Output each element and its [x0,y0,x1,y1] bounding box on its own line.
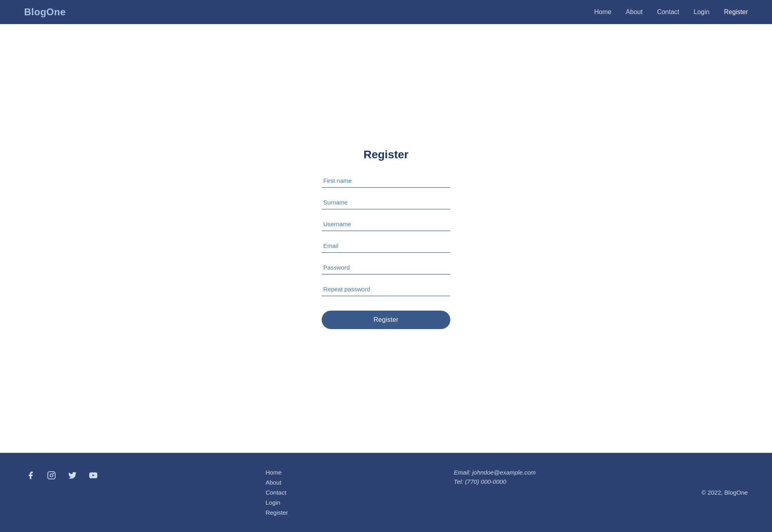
nav-about[interactable]: About [626,8,643,16]
repeat-password-group [322,282,450,296]
first-name-input[interactable] [322,174,450,188]
svg-rect-0 [48,472,55,479]
footer-nav-login[interactable]: Login [265,499,288,506]
footer-nav-home[interactable]: Home [265,469,288,476]
instagram-icon[interactable] [45,469,58,482]
username-input[interactable] [322,217,450,231]
footer-nav-contact[interactable]: Contact [265,489,288,496]
footer-contact: Email: johndoe@example.com Tel: (770) 00… [454,469,536,485]
nav-register[interactable]: Register [724,8,748,16]
password-input[interactable] [322,261,450,274]
nav-login[interactable]: Login [694,8,709,16]
footer-nav-about[interactable]: About [265,479,288,486]
twitter-icon[interactable] [66,469,79,482]
footer-nav-register[interactable]: Register [265,509,288,516]
footer-tel: Tel: (770) 000-0000 [454,478,536,485]
surname-input[interactable] [322,196,450,209]
footer-social [24,469,100,482]
logo-text-part2: One [46,6,66,17]
nav-home[interactable]: Home [594,8,612,16]
main-nav: Home About Contact Login Register [594,8,748,16]
surname-group [322,196,450,209]
main-content: Register Register [0,24,772,453]
first-name-group [322,174,450,188]
email-input[interactable] [322,239,450,253]
register-title: Register [363,148,409,161]
register-container: Register Register [322,148,450,329]
footer-copyright: © 2022, BlogOne [702,489,748,496]
logo-text-part1: Blog [24,6,46,17]
header: BlogOne Home About Contact Login Registe… [0,0,772,24]
footer: Home About Contact Login Register Email:… [0,453,772,532]
svg-point-1 [50,474,53,477]
nav-contact[interactable]: Contact [657,8,679,16]
svg-point-2 [53,473,54,474]
footer-email: Email: johndoe@example.com [454,469,536,476]
facebook-icon[interactable] [24,469,37,482]
footer-nav: Home About Contact Login Register [265,469,288,516]
email-group [322,239,450,253]
youtube-icon[interactable] [87,469,100,482]
username-group [322,217,450,231]
logo[interactable]: BlogOne [24,6,66,18]
register-button[interactable]: Register [322,311,450,329]
password-group [322,261,450,274]
repeat-password-input[interactable] [322,282,450,296]
